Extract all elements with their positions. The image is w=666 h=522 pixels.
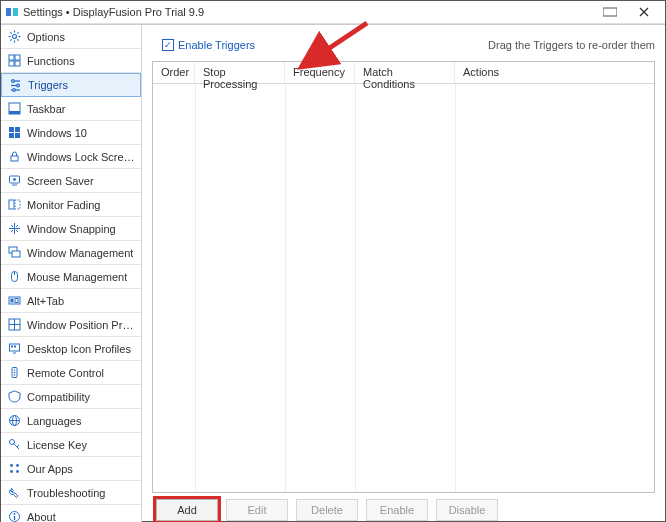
sidebar-item-label: Options — [27, 31, 65, 43]
key-icon — [7, 438, 21, 452]
wm-icon — [7, 246, 21, 260]
sidebar-item-mouse-management[interactable]: Mouse Management — [1, 265, 141, 289]
sidebar-item-windows-lock-screen[interactable]: Windows Lock Screen — [1, 145, 141, 169]
svg-point-59 — [16, 464, 19, 467]
remote-icon — [7, 366, 21, 380]
svg-rect-1 — [13, 8, 18, 16]
sidebar-item-window-snapping[interactable]: Window Snapping — [1, 217, 141, 241]
sidebar-item-license-key[interactable]: License Key — [1, 433, 141, 457]
sidebar-item-troubleshooting[interactable]: Troubleshooting — [1, 481, 141, 505]
sidebar-item-screen-saver[interactable]: Screen Saver — [1, 169, 141, 193]
sidebar-item-label: Desktop Icon Profiles — [27, 343, 131, 355]
sidebar-item-label: Compatibility — [27, 391, 90, 403]
svg-point-30 — [13, 178, 16, 181]
sidebar-item-taskbar[interactable]: Taskbar — [1, 97, 141, 121]
svg-point-51 — [13, 374, 15, 376]
main-panel: ✓ Enable Triggers Drag the Triggers to r… — [142, 25, 665, 522]
sidebar-item-label: Window Management — [27, 247, 133, 259]
svg-rect-35 — [12, 251, 20, 257]
svg-rect-33 — [15, 200, 20, 209]
sidebar-item-label: Alt+Tab — [27, 295, 64, 307]
lock-icon — [7, 150, 21, 164]
sidebar-item-triggers[interactable]: Triggers — [1, 73, 141, 97]
functions-icon — [7, 54, 21, 68]
sidebar-item-desktop-icon-profiles[interactable]: Desktop Icon Profiles — [1, 337, 141, 361]
sidebar-item-label: License Key — [27, 439, 87, 451]
sidebar-item-our-apps[interactable]: Our Apps — [1, 457, 141, 481]
add-button[interactable]: Add — [156, 499, 218, 521]
svg-line-57 — [17, 445, 19, 447]
sidebar-item-label: About — [27, 511, 56, 523]
svg-point-58 — [10, 464, 13, 467]
sidebar-item-options[interactable]: Options — [1, 25, 141, 49]
svg-point-50 — [13, 372, 15, 374]
apps-icon — [7, 462, 21, 476]
sidebar-item-compatibility[interactable]: Compatibility — [1, 385, 141, 409]
svg-rect-0 — [6, 8, 11, 16]
svg-rect-2 — [603, 8, 617, 16]
drag-hint: Drag the Triggers to re-order them — [488, 39, 655, 51]
svg-point-60 — [10, 470, 13, 473]
enable-button: Enable — [366, 499, 428, 521]
svg-line-11 — [10, 39, 11, 40]
col-frequency[interactable]: Frequency — [285, 62, 355, 83]
button-row: Add Edit Delete Enable Disable — [152, 493, 655, 522]
sidebar-item-label: Our Apps — [27, 463, 73, 475]
col-actions[interactable]: Actions — [455, 62, 654, 83]
body: OptionsFunctionsTriggersTaskbarWindows 1… — [1, 24, 665, 522]
sidebar-item-window-management[interactable]: Window Management — [1, 241, 141, 265]
screensaver-icon — [7, 174, 21, 188]
lang-icon — [7, 414, 21, 428]
col-match-conditions[interactable]: Match Conditions — [355, 62, 455, 83]
taskbar-icon — [7, 102, 21, 116]
sidebar-item-functions[interactable]: Functions — [1, 49, 141, 73]
sidebar-item-about[interactable]: About — [1, 505, 141, 522]
sidebar-item-label: Windows 10 — [27, 127, 87, 139]
col-stop-processing[interactable]: Stop Processing — [195, 62, 285, 83]
desktop-icon — [7, 342, 21, 356]
sidebar-item-label: Windows Lock Screen — [27, 151, 135, 163]
sidebar-item-label: Mouse Management — [27, 271, 127, 283]
snapping-icon — [7, 222, 21, 236]
svg-rect-13 — [15, 55, 20, 60]
svg-rect-46 — [11, 346, 13, 348]
overflow-button[interactable] — [593, 1, 627, 23]
col-order[interactable]: Order — [153, 62, 195, 83]
disable-button: Disable — [436, 499, 498, 521]
gear-icon — [7, 30, 21, 44]
sidebar-item-windows-10[interactable]: Windows 10 — [1, 121, 141, 145]
sidebar-item-label: Screen Saver — [27, 175, 94, 187]
svg-line-9 — [17, 39, 18, 40]
svg-rect-27 — [15, 133, 20, 138]
windows-icon — [7, 126, 21, 140]
svg-rect-15 — [15, 61, 20, 66]
svg-rect-12 — [9, 55, 14, 60]
sidebar-item-label: Remote Control — [27, 367, 104, 379]
position-icon — [7, 318, 21, 332]
sidebar-item-languages[interactable]: Languages — [1, 409, 141, 433]
svg-point-20 — [16, 84, 19, 87]
svg-rect-14 — [9, 61, 14, 66]
close-button[interactable] — [627, 1, 661, 23]
svg-point-63 — [13, 513, 15, 515]
sidebar-item-remote-control[interactable]: Remote Control — [1, 361, 141, 385]
svg-rect-25 — [15, 127, 20, 132]
triggers-icon — [8, 78, 22, 92]
sidebar-item-monitor-fading[interactable]: Monitor Fading — [1, 193, 141, 217]
sidebar: OptionsFunctionsTriggersTaskbarWindows 1… — [1, 25, 142, 522]
sidebar-item-alt-tab[interactable]: Alt+Tab — [1, 289, 141, 313]
svg-rect-28 — [11, 156, 18, 161]
mouse-icon — [7, 270, 21, 284]
sidebar-item-label: Triggers — [28, 79, 68, 91]
edit-button: Edit — [226, 499, 288, 521]
top-row: ✓ Enable Triggers Drag the Triggers to r… — [152, 31, 655, 59]
svg-line-8 — [10, 32, 11, 33]
enable-triggers-checkbox[interactable]: ✓ Enable Triggers — [162, 39, 255, 51]
grid-body[interactable] — [153, 84, 654, 492]
sidebar-item-label: Monitor Fading — [27, 199, 100, 211]
window-title: Settings • DisplayFusion Pro Trial 9.9 — [23, 6, 593, 18]
sidebar-item-window-position-profiles[interactable]: Window Position Profiles — [1, 313, 141, 337]
triggers-grid[interactable]: Order Stop Processing Frequency Match Co… — [152, 61, 655, 493]
sidebar-item-label: Window Position Profiles — [27, 319, 135, 331]
delete-button: Delete — [296, 499, 358, 521]
